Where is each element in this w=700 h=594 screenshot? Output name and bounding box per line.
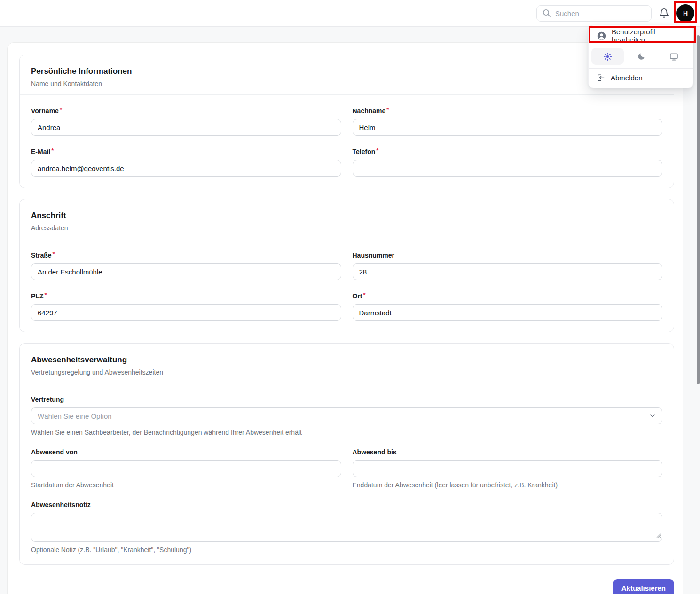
field-vorname: Vorname* xyxy=(31,107,341,136)
telefon-label: Telefon xyxy=(353,148,376,156)
abwesenheitsnotiz-textarea[interactable] xyxy=(31,513,662,542)
section-absence: Abwesenheitsverwaltung Vertretungsregelu… xyxy=(19,343,674,565)
required-mark: * xyxy=(53,250,55,258)
ort-input[interactable] xyxy=(353,304,663,321)
field-vertretung: Vertretung Wählen Sie einen Sachbearbeit… xyxy=(31,396,662,436)
required-mark: * xyxy=(363,291,366,298)
hausnummer-label: Hausnummer xyxy=(353,251,394,259)
theme-switcher xyxy=(589,45,693,68)
hausnummer-input[interactable] xyxy=(353,263,663,280)
bell-icon xyxy=(659,8,669,19)
resize-handle-icon[interactable] xyxy=(655,531,661,540)
field-plz: PLZ* xyxy=(31,292,341,321)
required-mark: * xyxy=(44,291,47,298)
abwesenheitsnotiz-label: Abwesenheitsnotiz xyxy=(31,501,91,508)
plz-label: PLZ xyxy=(31,292,43,300)
required-mark: * xyxy=(60,106,62,113)
user-circle-icon xyxy=(597,31,606,41)
menu-item-edit-profile-label: Benutzerprofil bearbeiten xyxy=(612,28,685,44)
required-mark: * xyxy=(386,106,389,113)
section-address: Anschrift Adressdaten Straße* Hausnummer… xyxy=(19,199,674,332)
menu-item-edit-profile[interactable]: Benutzerprofil bearbeiten xyxy=(589,27,693,45)
plz-input[interactable] xyxy=(31,304,341,321)
field-abwesend-von: Abwesend von Startdatum der Abwesenheit xyxy=(31,448,341,489)
section-personal-title: Persönliche Informationen xyxy=(31,67,662,76)
notifications-button[interactable] xyxy=(659,8,669,19)
field-email: E-Mail* xyxy=(31,148,341,177)
theme-system-button[interactable] xyxy=(658,48,690,65)
section-address-title: Anschrift xyxy=(31,211,662,220)
moon-icon xyxy=(637,52,645,61)
abwesend-von-label: Abwesend von xyxy=(31,448,78,456)
abwesend-bis-help: Enddatum der Abwesenheit (leer lassen fü… xyxy=(353,481,663,489)
strasse-input[interactable] xyxy=(31,263,341,280)
field-strasse: Straße* xyxy=(31,251,341,280)
field-ort: Ort* xyxy=(353,292,663,321)
abwesend-von-help: Startdatum der Abwesenheit xyxy=(31,481,341,489)
search-input[interactable] xyxy=(555,9,645,17)
nachname-label: Nachname xyxy=(353,107,386,115)
vertretung-label: Vertretung xyxy=(31,396,64,403)
email-input[interactable] xyxy=(31,160,341,177)
field-nachname: Nachname* xyxy=(353,107,663,136)
update-button[interactable]: Aktualisieren xyxy=(613,579,674,594)
vorname-input[interactable] xyxy=(31,119,341,136)
top-bar: H xyxy=(0,0,700,27)
field-hausnummer: Hausnummer xyxy=(353,251,663,280)
vertical-scrollbar-thumb[interactable] xyxy=(697,35,700,384)
abwesenheitsnotiz-help: Optionale Notiz (z.B. "Urlaub", "Krankhe… xyxy=(31,546,662,554)
section-absence-title: Abwesenheitsverwaltung xyxy=(31,355,662,365)
field-telefon: Telefon* xyxy=(353,148,663,177)
profile-page-card: Persönliche Informationen Name und Konta… xyxy=(7,42,683,594)
email-label: E-Mail xyxy=(31,148,50,156)
section-absence-subtitle: Vertretungsregelung und Abwesenheitszeit… xyxy=(31,368,662,376)
vertretung-select[interactable] xyxy=(31,407,662,424)
required-mark: * xyxy=(51,147,54,154)
required-mark: * xyxy=(376,147,378,154)
menu-item-logout[interactable]: Abmelden xyxy=(589,69,693,86)
abwesend-von-input[interactable] xyxy=(31,460,341,477)
field-abwesenheitsnotiz: Abwesenheitsnotiz Optionale Notiz (z.B. … xyxy=(31,501,662,554)
theme-light-button[interactable] xyxy=(591,48,624,65)
search-box[interactable] xyxy=(536,5,652,22)
section-personal: Persönliche Informationen Name und Konta… xyxy=(19,55,674,188)
field-abwesend-bis: Abwesend bis Enddatum der Abwesenheit (l… xyxy=(353,448,663,489)
search-icon xyxy=(543,9,551,17)
section-address-subtitle: Adressdaten xyxy=(31,224,662,232)
theme-dark-button[interactable] xyxy=(625,48,657,65)
strasse-label: Straße xyxy=(31,251,52,259)
monitor-icon xyxy=(669,52,678,61)
user-menu: Benutzerprofil bearbeiten xyxy=(588,25,693,88)
nachname-input[interactable] xyxy=(353,119,663,136)
vorname-label: Vorname xyxy=(31,107,59,115)
abwesend-bis-input[interactable] xyxy=(353,460,663,477)
vertretung-help: Wählen Sie einen Sachbearbeiter, der Ben… xyxy=(31,429,662,436)
ort-label: Ort xyxy=(353,292,362,300)
section-personal-subtitle: Name und Kontaktdaten xyxy=(31,80,662,87)
sun-icon xyxy=(603,52,612,61)
menu-item-logout-label: Abmelden xyxy=(611,74,643,82)
logout-icon xyxy=(597,73,606,82)
abwesend-bis-label: Abwesend bis xyxy=(353,448,397,456)
avatar[interactable]: H xyxy=(676,4,694,22)
telefon-input[interactable] xyxy=(353,160,663,177)
